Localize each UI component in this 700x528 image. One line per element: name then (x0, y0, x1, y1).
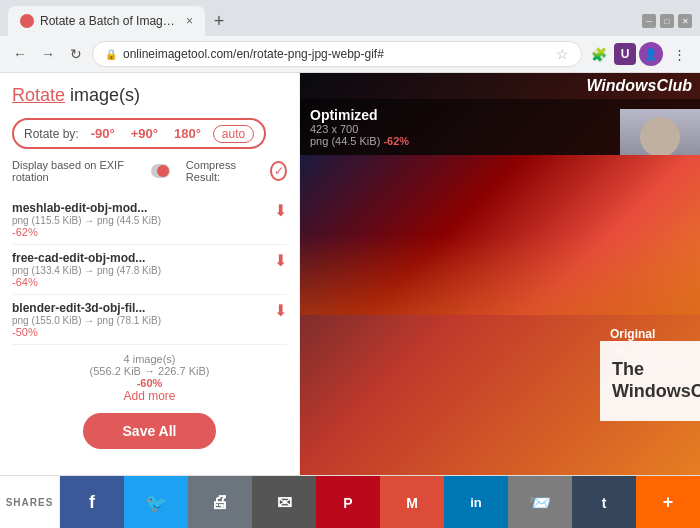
file-reduction: -50% (12, 326, 266, 338)
tab-favicon (20, 14, 34, 28)
left-panel: Rotate image(s) Rotate by: -90° +90° 180… (0, 73, 300, 475)
file-size: png (155.0 KiB) → png (78.1 KiB) (12, 315, 266, 326)
summary-size: (556.2 KiB → 226.7 KiB) (12, 365, 287, 377)
summary-count: 4 image(s) (12, 353, 287, 365)
rotate-minus90-button[interactable]: -90° (87, 124, 119, 143)
forward-button[interactable]: → (36, 42, 60, 66)
original-label: Original (610, 327, 655, 341)
back-button[interactable]: ← (8, 42, 32, 66)
tab-bar: Rotate a Batch of Images Online × + ─ □ … (0, 0, 700, 36)
right-panel: WindowsClub Optimized 423 x 700 png (44.… (300, 73, 700, 475)
tab-title: Rotate a Batch of Images Online (40, 14, 180, 28)
page-title: Rotate image(s) (12, 85, 287, 106)
optimized-reduction: -62% (383, 135, 409, 147)
share-more-button[interactable]: + (636, 476, 700, 528)
share-pinterest-button[interactable]: P (316, 476, 380, 528)
file-info: meshlab-edit-obj-mod... png (115.5 KiB) … (12, 201, 266, 238)
profile-avatar: 👤 (639, 42, 663, 66)
smoke-effect (300, 235, 700, 315)
file-name: free-cad-edit-obj-mod... (12, 251, 266, 265)
preview-text: The WindowsClub (612, 359, 700, 402)
compress-label: Compress Result: (186, 159, 255, 183)
share-label: SHARES (0, 476, 60, 528)
save-all-button[interactable]: Save All (83, 413, 217, 449)
rotate-by-label: Rotate by: (24, 127, 79, 141)
summary: 4 image(s) (556.2 KiB → 226.7 KiB) -60% … (12, 353, 287, 403)
lock-icon: 🔒 (105, 49, 117, 60)
share-bar: SHARES f 🐦 🖨 ✉ P M in 📨 t + (0, 475, 700, 528)
windows-club-top: WindowsClub (586, 77, 692, 95)
refresh-button[interactable]: ↻ (64, 42, 88, 66)
compress-check[interactable]: ✓ (270, 161, 287, 181)
share-email-button[interactable]: ✉ (252, 476, 316, 528)
file-reduction: -62% (12, 226, 266, 238)
share-mail2-button[interactable]: 📨 (508, 476, 572, 528)
extensions-button[interactable]: 🧩 (586, 41, 612, 67)
options-row: Display based on EXIF rotation Compress … (12, 159, 287, 183)
menu-button[interactable]: ⋮ (666, 41, 692, 67)
right-panel-header: WindowsClub (300, 73, 700, 99)
share-facebook-button[interactable]: f (60, 476, 124, 528)
background-area (300, 155, 700, 315)
download-button[interactable]: ⬇ (274, 251, 287, 270)
close-window-button[interactable]: ✕ (678, 14, 692, 28)
u-icon: U (614, 43, 636, 65)
minimize-button[interactable]: ─ (642, 14, 656, 28)
exif-toggle[interactable] (151, 164, 170, 178)
share-linkedin-button[interactable]: in (444, 476, 508, 528)
share-twitter-button[interactable]: 🐦 (124, 476, 188, 528)
share-buttons: f 🐦 🖨 ✉ P M in 📨 t + (60, 476, 700, 528)
download-button[interactable]: ⬇ (274, 201, 287, 220)
file-name: meshlab-edit-obj-mod... (12, 201, 266, 215)
download-button[interactable]: ⬇ (274, 301, 287, 320)
add-more-link[interactable]: Add more (123, 389, 175, 403)
table-row: meshlab-edit-obj-mod... png (115.5 KiB) … (12, 195, 287, 245)
file-size: png (115.5 KiB) → png (44.5 KiB) (12, 215, 266, 226)
file-size: png (133.4 KiB) → png (47.8 KiB) (12, 265, 266, 276)
rotate-controls: Rotate by: -90° +90° 180° auto (12, 118, 266, 149)
window-controls: ─ □ ✕ (642, 14, 692, 28)
address-bar[interactable]: 🔒 onlineimagetool.com/en/rotate-png-jpg-… (92, 41, 582, 67)
rotate-link[interactable]: Rotate (12, 85, 65, 105)
tab-close-button[interactable]: × (186, 14, 193, 28)
exif-label: Display based on EXIF rotation (12, 159, 131, 183)
share-print-button[interactable]: 🖨 (188, 476, 252, 528)
content-area: Rotate image(s) Rotate by: -90° +90° 180… (0, 73, 700, 475)
summary-reduction: -60% (12, 377, 287, 389)
rotate-180-button[interactable]: 180° (170, 124, 205, 143)
table-row: blender-edit-3d-obj-fil... png (155.0 Ki… (12, 295, 287, 345)
bookmark-icon[interactable]: ☆ (556, 46, 569, 62)
file-info: free-cad-edit-obj-mod... png (133.4 KiB)… (12, 251, 266, 288)
nav-bar: ← → ↻ 🔒 onlineimagetool.com/en/rotate-pn… (0, 36, 700, 72)
file-name: blender-edit-3d-obj-fil... (12, 301, 266, 315)
file-list: meshlab-edit-obj-mod... png (115.5 KiB) … (12, 195, 287, 345)
maximize-button[interactable]: □ (660, 14, 674, 28)
browser-chrome: Rotate a Batch of Images Online × + ─ □ … (0, 0, 700, 73)
file-reduction: -64% (12, 276, 266, 288)
share-gmail-button[interactable]: M (380, 476, 444, 528)
rotate-auto-button[interactable]: auto (213, 125, 254, 143)
preview-box: The WindowsClub W (600, 341, 700, 421)
file-info: blender-edit-3d-obj-fil... png (155.0 Ki… (12, 301, 266, 338)
new-tab-button[interactable]: + (205, 7, 233, 35)
profile-button[interactable]: 👤 (638, 41, 664, 67)
active-tab[interactable]: Rotate a Batch of Images Online × (8, 6, 205, 36)
rotate-plus90-button[interactable]: +90° (127, 124, 162, 143)
share-tumblr-button[interactable]: t (572, 476, 636, 528)
table-row: free-cad-edit-obj-mod... png (133.4 KiB)… (12, 245, 287, 295)
address-text: onlineimagetool.com/en/rotate-png-jpg-we… (123, 47, 550, 61)
nav-right-icons: 🧩 U 👤 ⋮ (586, 41, 692, 67)
